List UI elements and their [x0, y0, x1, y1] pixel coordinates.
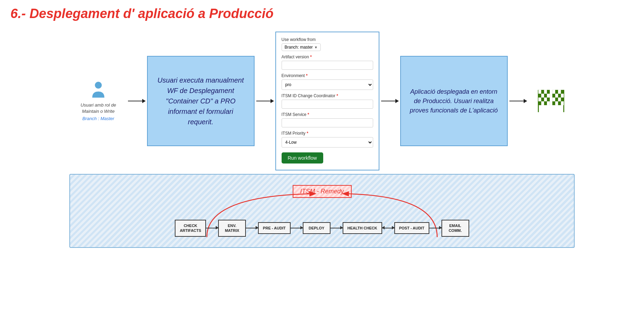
step-env-line1: ENV. — [223, 223, 241, 228]
checkered-flags-icon — [532, 85, 570, 117]
arrow-3 — [381, 101, 398, 101]
itsm-id-label: ITSM ID Change Coordinator * — [282, 93, 373, 98]
branch-caret-icon: ▼ — [314, 45, 318, 49]
step-pre-audit-line1: PRE - AUDIT — [263, 226, 286, 230]
arrow-4 — [509, 101, 527, 101]
svg-rect-20 — [561, 101, 564, 105]
environment-select[interactable]: pro — [282, 79, 373, 90]
pipeline-arrow-3 — [291, 228, 303, 228]
step-deploy-line1: DEPLOY — [308, 226, 326, 230]
itsm-id-input[interactable] — [282, 100, 373, 109]
step-deploy: DEPLOY — [303, 222, 330, 234]
svg-rect-15 — [555, 94, 558, 98]
finish-flags — [529, 85, 574, 117]
left-info-box: Usuari executa manualment WF de Desplega… — [147, 56, 255, 146]
svg-rect-9 — [541, 101, 544, 105]
step-post-audit-line1: POST - AUDIT — [399, 226, 424, 230]
bidirectional-arrow — [382, 228, 394, 228]
step-email-line2: COMM. — [446, 228, 464, 233]
artifact-version-input[interactable] — [282, 61, 373, 70]
pipeline-arrow-4 — [330, 228, 343, 228]
arrow-2 — [256, 101, 274, 101]
svg-rect-13 — [552, 90, 555, 94]
left-box-text: Usuari executa manualment WF de Desplega… — [155, 75, 247, 127]
pipeline-steps: CHECK ARTIFACTS ENV. MATRIX PRE - AUDIT … — [80, 220, 564, 237]
svg-rect-7 — [538, 98, 541, 101]
user-section: Usuari amb rol deMaintain o Write Branch… — [71, 81, 126, 121]
step-health-check: HEALTH CHECK — [343, 222, 382, 234]
step-health-check-line1: HEALTH CHECK — [347, 226, 377, 230]
artifact-version-label: Artifact version * — [282, 54, 373, 59]
step-email-comm: EMAIL COMM. — [441, 220, 469, 237]
page-title: 6.- Desplegament d' aplicació a Producci… — [0, 0, 644, 25]
pipeline-arrow-5 — [429, 228, 441, 228]
svg-rect-6 — [547, 94, 550, 98]
svg-rect-17 — [552, 98, 555, 101]
arrow-1 — [128, 101, 145, 101]
pipeline-area: ITSM - Remedy CHECK ARTIFACTS ENV. MATRI… — [69, 174, 575, 248]
right-info-box: Aplicació desplegada en entorn de Produc… — [400, 56, 508, 146]
svg-rect-14 — [558, 90, 561, 94]
branch-label: Branch : Master — [83, 116, 114, 121]
pipeline-arrow-1 — [206, 228, 218, 228]
branch-selector-btn[interactable]: Branch: master ▼ — [282, 43, 321, 51]
step-env-line2: MATRIX — [223, 228, 241, 233]
use-workflow-from-label: Use workflow from — [282, 37, 373, 42]
svg-point-0 — [95, 82, 102, 89]
workflow-panel: Use workflow from Branch: master ▼ Artif… — [275, 32, 379, 170]
svg-rect-5 — [541, 94, 544, 98]
itsm-remedy-box: ITSM - Remedy — [292, 185, 351, 198]
step-check-artifacts-line1: CHECK — [180, 223, 201, 228]
step-email-line1: EMAIL — [446, 223, 464, 228]
main-flow: Usuari amb rol deMaintain o Write Branch… — [0, 25, 644, 170]
step-env-matrix: ENV. MATRIX — [218, 220, 246, 237]
svg-rect-19 — [555, 101, 558, 105]
svg-rect-16 — [561, 94, 564, 98]
step-pre-audit: PRE - AUDIT — [258, 222, 291, 234]
itsm-service-input[interactable] — [282, 118, 373, 127]
itsm-priority-label: ITSM Priority * — [282, 131, 373, 136]
branch-selector-label: Branch: master — [285, 45, 313, 50]
user-avatar-icon — [89, 81, 108, 100]
run-workflow-button[interactable]: Run workflow — [282, 152, 323, 164]
itsm-priority-select[interactable]: 4-Low — [282, 137, 373, 148]
user-role-label: Usuari amb rol deMaintain o Write — [80, 102, 116, 115]
itsm-service-label: ITSM Service * — [282, 112, 373, 117]
step-check-artifacts: CHECK ARTIFACTS — [175, 220, 206, 237]
svg-rect-18 — [558, 98, 561, 101]
step-post-audit: POST - AUDIT — [394, 222, 429, 234]
svg-rect-10 — [547, 101, 550, 105]
pipeline-arrow-2 — [246, 228, 258, 228]
svg-rect-3 — [538, 90, 541, 94]
svg-rect-8 — [544, 98, 547, 101]
step-check-artifacts-line2: ARTIFACTS — [180, 228, 201, 233]
svg-rect-4 — [544, 90, 547, 94]
environment-label: Environment * — [282, 73, 373, 78]
right-box-text: Aplicació desplegada en entorn de Produc… — [408, 87, 500, 115]
